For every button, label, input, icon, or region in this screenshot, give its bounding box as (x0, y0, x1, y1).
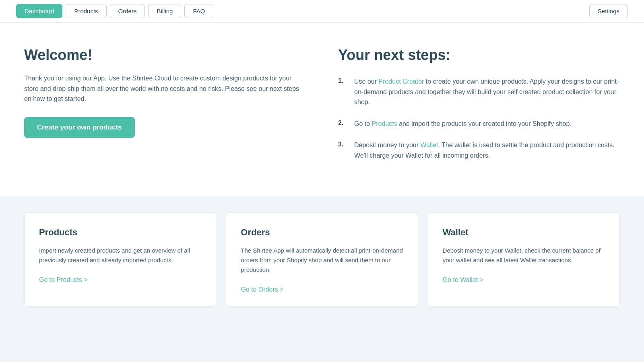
go-to-orders-link[interactable]: Go to Orders > (241, 286, 283, 293)
cards-section: Products Import newly created products a… (0, 196, 644, 331)
nav-tab-dashboard[interactable]: Dashboard (16, 4, 62, 18)
step-2: 2. Go to Products and import the product… (338, 119, 620, 129)
cards-grid: Products Import newly created products a… (24, 212, 620, 306)
step-3-num: 3. (338, 140, 348, 160)
settings-button[interactable]: Settings (589, 4, 628, 18)
product-creator-link[interactable]: Product Creator (378, 78, 424, 85)
step-3: 3. Deposit money to your Wallet. The wal… (338, 140, 620, 160)
products-card-body: Import newly created products and get an… (39, 246, 201, 265)
nav-tabs: Dashboard Products Orders Billing FAQ (16, 4, 213, 18)
top-section: Welcome! Thank you for using our App. Us… (24, 47, 620, 196)
nav-tab-orders[interactable]: Orders (110, 4, 145, 18)
step-2-text: Go to Products and import the products y… (354, 119, 572, 129)
welcome-section: Welcome! Thank you for using our App. Us… (24, 47, 306, 172)
step-1-before: Use our (354, 78, 378, 85)
nav-tab-faq[interactable]: FAQ (184, 4, 213, 18)
nav-tab-billing[interactable]: Billing (148, 4, 181, 18)
step-2-num: 2. (338, 119, 348, 129)
wallet-card-title: Wallet (443, 227, 605, 238)
main-content: Welcome! Thank you for using our App. Us… (0, 23, 644, 196)
step-1: 1. Use our Product Creator to create you… (338, 76, 620, 107)
wallet-link[interactable]: Wallet (421, 142, 438, 148)
next-steps-section: Your next steps: 1. Use our Product Crea… (338, 47, 620, 172)
step-1-text: Use our Product Creator to create your o… (354, 76, 620, 107)
products-card-title: Products (39, 227, 201, 238)
nav-tab-products[interactable]: Products (66, 4, 106, 18)
next-steps-title: Your next steps: (338, 47, 620, 64)
navigation: Dashboard Products Orders Billing FAQ Se… (0, 0, 644, 23)
orders-card: Orders The Shirtee App will automaticall… (226, 212, 418, 306)
orders-card-body: The Shirtee App will automatically detec… (241, 246, 403, 275)
go-to-products-link[interactable]: Go to Products > (39, 276, 88, 283)
welcome-body: Thank you for using our App. Use the Shi… (24, 73, 306, 104)
step-2-after: and import the products your created int… (397, 120, 572, 127)
products-link[interactable]: Products (372, 120, 397, 127)
wallet-card: Wallet Deposit money to your Wallet, che… (428, 212, 620, 306)
welcome-title: Welcome! (24, 47, 306, 64)
step-3-text: Deposit money to your Wallet. The wallet… (354, 140, 620, 160)
steps-list: 1. Use our Product Creator to create you… (338, 76, 620, 161)
wallet-card-body: Deposit money to your Wallet, check the … (443, 246, 605, 265)
step-1-num: 1. (338, 76, 348, 107)
orders-card-title: Orders (241, 227, 403, 238)
step-3-before: Deposit money to your (354, 142, 421, 148)
go-to-wallet-link[interactable]: Go to Wallet > (443, 276, 483, 283)
products-card: Products Import newly created products a… (24, 212, 216, 306)
nav-right: Settings (589, 4, 628, 18)
step-2-before: Go to (354, 120, 372, 127)
create-products-button[interactable]: Create your own products (24, 117, 135, 138)
